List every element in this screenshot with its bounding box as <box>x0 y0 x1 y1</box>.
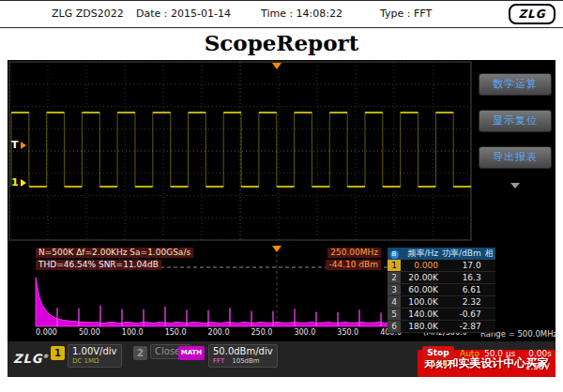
waveform-display <box>8 60 473 243</box>
report-type: Type : FFT <box>380 8 432 20</box>
fft-info-line2: THD=46.54% SNR=11.04dB <box>36 260 161 270</box>
zlg-logo-text: ZLG <box>13 352 42 366</box>
harmonic-row-4[interactable]: 4100.0K2.32 <box>388 296 495 309</box>
freq-axis-label: 0.000 <box>36 328 57 337</box>
device-model: ZLG ZDS2022 <box>52 8 124 20</box>
cursor-frequency-readout: 250.00MHz <box>327 248 381 258</box>
power-value: -2.87 <box>440 321 483 333</box>
channel1-settings[interactable]: 1.00V/div DC 1MΩ <box>68 344 122 368</box>
row-index: 5 <box>388 309 401 321</box>
freq-value: 180.0K <box>401 321 440 333</box>
freq-axis-label: 200.0 <box>208 328 230 337</box>
zlg-logo: ZLG <box>509 4 555 24</box>
run-state-badge[interactable]: Stop <box>422 346 454 360</box>
row-index: 2 <box>388 272 401 284</box>
math-mode: FFT <box>213 357 224 365</box>
freq-axis-label: 300.0 <box>294 328 315 337</box>
report-header: ZLG ZDS2022 Date : 2015-01-14 Time : 14:… <box>0 0 563 28</box>
math-settings[interactable]: 50.0dBm/div FFT105dBm <box>208 344 278 368</box>
dropdown-arrow-icon[interactable] <box>510 183 520 188</box>
trigger-level-readout: 1.58V <box>525 362 550 371</box>
freq-value: 0.000 <box>401 260 440 272</box>
freq-value: 100.0K <box>401 296 440 309</box>
freq-axis-label: 350.0 <box>337 328 358 337</box>
freq-value: 140.0K <box>401 309 440 321</box>
harmonic-row-3[interactable]: 360.00K6.61 <box>388 284 495 296</box>
row-index: 4 <box>388 296 401 309</box>
channel1-marker[interactable]: 1 <box>11 176 26 188</box>
softkey-panel: 数学运算显示复位导出报表 <box>479 73 552 188</box>
channel2-badge[interactable]: 2 <box>133 346 147 360</box>
channel1-marker-label: 1 <box>11 176 19 188</box>
trigger-marker-label: T <box>11 139 19 151</box>
harmonic-row-1[interactable]: 10.00017.0 <box>388 260 495 272</box>
oscilloscope-screen: T 1 数学运算显示复位导出报表 N=500K Δf=2.00KHz Sa=1.… <box>8 60 555 377</box>
freq-value: 60.00K <box>401 284 440 296</box>
math-scale: 50.0dBm/div <box>213 346 273 357</box>
phase-value <box>483 309 495 321</box>
channel1-scale: 1.00V/div <box>72 346 117 357</box>
row-index: 1 <box>388 260 401 272</box>
channel1-coupling: DC 1MΩ <box>72 357 117 366</box>
marker-b-icon: B <box>390 250 399 259</box>
row-index: 6 <box>388 321 401 333</box>
phase-value <box>483 321 495 333</box>
trigger-level-marker[interactable]: T <box>11 139 26 151</box>
power-value: 6.61 <box>440 284 483 296</box>
trigger-delay-readout: 0.00s <box>528 349 552 358</box>
freq-value: 20.00K <box>401 272 440 284</box>
side-button-math-operation[interactable]: 数学运算 <box>479 73 552 96</box>
timebase-readout[interactable]: 50.0 μs <box>484 349 515 358</box>
trigger-mode[interactable]: Auto <box>460 349 479 358</box>
channel1-arrow-icon <box>21 179 26 187</box>
harmonic-row-6[interactable]: 6180.0K-2.87 <box>388 321 495 333</box>
marker-b-cell: B <box>388 248 401 260</box>
math-offset: 105dBm <box>232 357 259 365</box>
zlg-logo-small: ZLG® <box>13 352 49 366</box>
power-value: 17.0 <box>440 260 483 272</box>
power-value: 2.32 <box>440 296 483 309</box>
freq-axis-label: 250.0 <box>251 328 273 337</box>
math-badge[interactable]: MATH <box>178 346 205 360</box>
fft-info-line1: N=500K Δf=2.00KHz Sa=1.00GSa/s <box>36 248 193 258</box>
registered-mark: ® <box>42 353 49 359</box>
side-button-display-reset[interactable]: 显示复位 <box>479 110 552 132</box>
side-button-export-report[interactable]: 导出报表 <box>479 146 552 169</box>
phase-value <box>483 296 495 309</box>
trigger-arrow-icon <box>21 142 26 149</box>
harmonics-table: B 频率/Hz 功率/dBm 相 10.00017.0220.00K16.336… <box>388 248 495 333</box>
phase-value <box>483 272 495 284</box>
col-frequency: 频率/Hz <box>401 248 440 260</box>
harmonic-row-2[interactable]: 220.00K16.3 <box>388 272 495 284</box>
scope-report-page: ZLG ZDS2022 Date : 2015-01-14 Time : 14:… <box>0 0 563 392</box>
harmonic-row-5[interactable]: 5140.0K-0.67 <box>388 309 495 321</box>
col-power: 功率/dBm <box>440 248 483 260</box>
freq-axis-label: 100.0 <box>122 328 144 337</box>
power-value: 16.3 <box>440 272 483 284</box>
row-index: 3 <box>388 284 401 296</box>
phase-value <box>483 260 495 272</box>
freq-axis-label: 150.0 <box>165 328 187 337</box>
cursor-power-readout: -44.10 dBm <box>326 260 381 270</box>
phase-value <box>483 284 495 296</box>
report-time: Time : 14:08:22 <box>261 8 342 20</box>
col-phase: 相 <box>483 248 495 260</box>
channel1-badge[interactable]: 1 <box>51 346 65 360</box>
page-title: ScopeReport <box>0 28 563 60</box>
harmonics-header-row: B 频率/Hz 功率/dBm 相 <box>388 248 495 260</box>
freq-axis-label: 50.00 <box>79 328 100 337</box>
power-value: -0.67 <box>440 309 483 321</box>
status-bar: ZLG® 1 1.00V/div DC 1MΩ 2 Closed MATH 50… <box>8 341 555 377</box>
report-date: Date : 2015-01-14 <box>136 8 231 20</box>
